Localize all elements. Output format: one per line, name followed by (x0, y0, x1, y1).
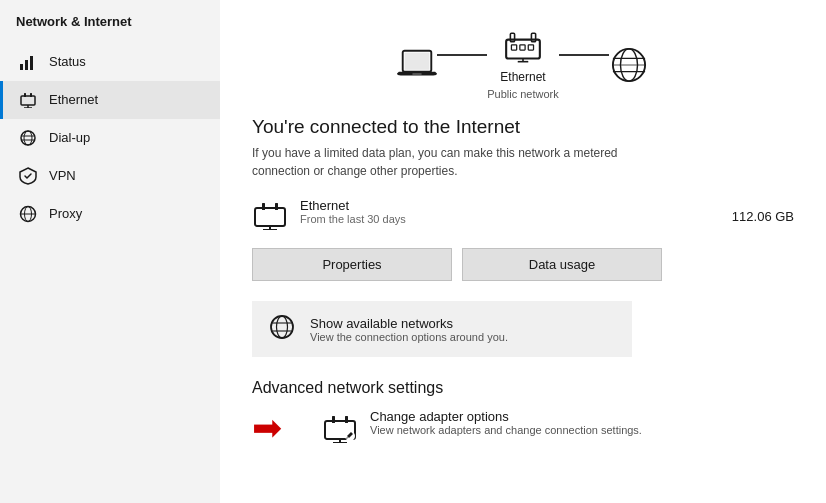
svg-rect-34 (275, 203, 278, 210)
svg-rect-2 (30, 56, 33, 70)
laptop-device (397, 47, 437, 83)
adapter-text: Change adapter options View network adap… (370, 409, 642, 436)
svg-rect-17 (405, 53, 430, 70)
sidebar-item-dialup-label: Dial-up (49, 130, 90, 145)
svg-rect-5 (24, 93, 26, 97)
connection-diagram: Ethernet Public network (252, 20, 794, 104)
line-2 (559, 54, 609, 56)
ethernet-text: Ethernet From the last 30 days (300, 198, 720, 225)
sidebar-item-proxy-label: Proxy (49, 206, 82, 221)
sidebar-item-vpn[interactable]: VPN (0, 157, 220, 195)
svg-point-37 (271, 316, 293, 338)
buttons-row: Properties Data usage (252, 248, 794, 281)
data-usage-button[interactable]: Data usage (462, 248, 662, 281)
svg-rect-22 (511, 45, 516, 50)
svg-rect-4 (21, 96, 35, 105)
svg-rect-6 (30, 93, 32, 97)
show-networks-box[interactable]: Show available networks View the connect… (252, 301, 632, 357)
show-networks-text: Show available networks View the connect… (310, 316, 508, 343)
svg-rect-3 (35, 54, 36, 55)
ethernet-nav-icon (19, 91, 37, 109)
ethernet-info-row: Ethernet From the last 30 days 112.06 GB (252, 198, 794, 234)
svg-rect-1 (25, 60, 28, 70)
svg-rect-18 (412, 74, 422, 75)
connected-title: You're connected to the Internet (252, 116, 794, 138)
main-content: Ethernet Public network You're connected… (220, 0, 826, 503)
svg-point-10 (24, 131, 32, 145)
sidebar-item-ethernet[interactable]: Ethernet (0, 81, 220, 119)
advanced-title: Advanced network settings (252, 379, 794, 397)
status-icon (19, 53, 37, 71)
svg-point-38 (277, 316, 288, 338)
ethernet-info-icon (252, 198, 288, 234)
vpn-icon (19, 167, 37, 185)
adapter-title: Change adapter options (370, 409, 642, 424)
sidebar-item-status-label: Status (49, 54, 86, 69)
dialup-icon (19, 129, 37, 147)
adapter-icon (322, 411, 358, 447)
sidebar-item-status[interactable]: Status (0, 43, 220, 81)
line-1 (437, 54, 487, 56)
svg-rect-32 (255, 208, 285, 226)
svg-rect-24 (528, 45, 533, 50)
show-networks-title: Show available networks (310, 316, 508, 331)
sidebar-item-ethernet-label: Ethernet (49, 92, 98, 107)
properties-button[interactable]: Properties (252, 248, 452, 281)
sidebar-item-proxy[interactable]: Proxy (0, 195, 220, 233)
sidebar: Network & Internet Status Ethernet (0, 0, 220, 503)
diagram-network-sublabel: Public network (487, 88, 559, 100)
diagram-ethernet-label: Ethernet (500, 70, 545, 84)
show-networks-icon (268, 313, 296, 345)
sidebar-title: Network & Internet (0, 0, 220, 43)
sidebar-item-dialup[interactable]: Dial-up (0, 119, 220, 157)
svg-rect-0 (20, 64, 23, 70)
show-networks-desc: View the connection options around you. (310, 331, 508, 343)
sidebar-item-vpn-label: VPN (49, 168, 76, 183)
svg-point-9 (21, 131, 35, 145)
svg-rect-33 (262, 203, 265, 210)
svg-rect-42 (332, 416, 335, 423)
adapter-desc: View network adapters and change connect… (370, 424, 642, 436)
connected-desc: If you have a limited data plan, you can… (252, 144, 672, 180)
ethernet-size: 112.06 GB (732, 209, 794, 224)
red-arrow-icon: ➡ (252, 410, 282, 446)
svg-rect-43 (345, 416, 348, 423)
router-device: Ethernet Public network (487, 30, 559, 100)
adapter-row: ➡ Change adapter options View network ad… (252, 409, 794, 447)
svg-rect-23 (520, 45, 525, 50)
proxy-icon (19, 205, 37, 223)
adapter-info[interactable]: Change adapter options View network adap… (322, 409, 642, 447)
globe-device (609, 47, 649, 83)
ethernet-since: From the last 30 days (300, 213, 720, 225)
ethernet-name: Ethernet (300, 198, 720, 213)
